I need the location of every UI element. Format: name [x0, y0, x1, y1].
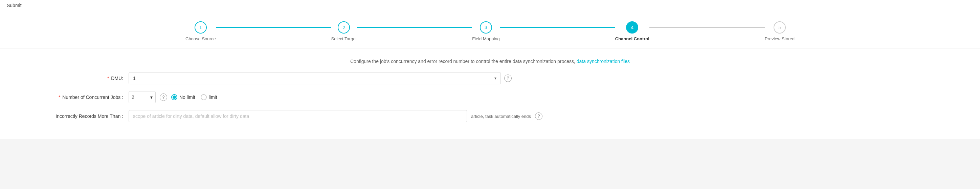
- step-1[interactable]: 1 Choose Source: [185, 21, 216, 41]
- step-1-circle: 1: [194, 21, 207, 34]
- concurrent-chevron-icon: ▾: [150, 94, 153, 100]
- limit-radio-group: No limit limit: [171, 94, 217, 100]
- records-help-icon[interactable]: ?: [535, 112, 542, 120]
- records-label: Incorrectly Records More Than :: [54, 114, 129, 119]
- records-wrapper: scope of article for dirty data, default…: [129, 110, 926, 122]
- dmu-required-star: *: [107, 75, 109, 81]
- dmu-value: 1: [133, 75, 136, 81]
- no-limit-radio-circle: [171, 94, 177, 100]
- description-text: Configure the job's concurrency and erro…: [350, 59, 575, 64]
- data-sync-link[interactable]: data synchronization files: [577, 59, 630, 64]
- records-placeholder: scope of article for dirty data, default…: [133, 114, 249, 119]
- dmu-dropdown[interactable]: 1 ▾: [129, 72, 501, 84]
- concurrent-wrapper: 2 ▾ ? No limit limit: [129, 91, 217, 103]
- step-4-label: Channel Control: [615, 36, 649, 41]
- chevron-down-icon: ▾: [495, 76, 496, 81]
- description-row: Configure the job's concurrency and erro…: [20, 59, 960, 64]
- concurrent-required-star: *: [59, 94, 60, 100]
- no-limit-label: No limit: [179, 94, 195, 100]
- concurrent-label: * Number of Concurrent Jobs :: [54, 94, 129, 100]
- concurrent-help-icon[interactable]: ?: [160, 93, 167, 101]
- limit-radio[interactable]: limit: [200, 94, 217, 100]
- submit-text: Submit: [7, 3, 22, 8]
- stepper-container: 1 Choose Source 2 Select Target 3 Field …: [0, 11, 980, 48]
- step-4-circle: 4: [626, 21, 638, 34]
- step-1-label: Choose Source: [185, 36, 216, 41]
- concurrent-row: * Number of Concurrent Jobs : 2 ▾ ? No l…: [20, 91, 960, 103]
- step-5-label: Preview Stored: [765, 36, 795, 41]
- step-2[interactable]: 2 Select Target: [331, 21, 357, 41]
- step-line-2: [357, 27, 472, 28]
- dmu-help-icon[interactable]: ?: [504, 75, 512, 82]
- concurrent-dropdown[interactable]: 2 ▾: [129, 91, 156, 103]
- dmu-select-wrapper: 1 ▾ ?: [129, 72, 926, 84]
- step-line-1: [216, 27, 331, 28]
- step-3-circle: 3: [480, 21, 492, 34]
- step-5[interactable]: 5 Preview Stored: [765, 21, 795, 41]
- dmu-row: * DMU: 1 ▾ ?: [20, 72, 960, 84]
- step-3[interactable]: 3 Field Mapping: [472, 21, 500, 41]
- step-4[interactable]: 4 Channel Control: [615, 21, 649, 41]
- step-5-circle: 5: [773, 21, 786, 34]
- dmu-label: * DMU:: [54, 75, 129, 81]
- records-input[interactable]: scope of article for dirty data, default…: [129, 110, 467, 122]
- limit-label: limit: [209, 94, 217, 100]
- step-2-label: Select Target: [331, 36, 357, 41]
- top-bar: Submit: [0, 0, 980, 11]
- records-row: Incorrectly Records More Than : scope of…: [20, 110, 960, 122]
- records-suffix-text: article, task automatically ends: [471, 114, 531, 119]
- step-line-4: [649, 27, 765, 28]
- step-3-label: Field Mapping: [472, 36, 500, 41]
- limit-radio-circle: [200, 94, 207, 100]
- step-line-3: [500, 27, 615, 28]
- step-2-circle: 2: [338, 21, 350, 34]
- page-wrapper: Submit 1 Choose Source 2 Select Target: [0, 0, 980, 189]
- content-area: Configure the job's concurrency and erro…: [0, 48, 980, 139]
- concurrent-value: 2: [132, 94, 134, 100]
- stepper: 1 Choose Source 2 Select Target 3 Field …: [185, 21, 795, 41]
- no-limit-radio[interactable]: No limit: [171, 94, 195, 100]
